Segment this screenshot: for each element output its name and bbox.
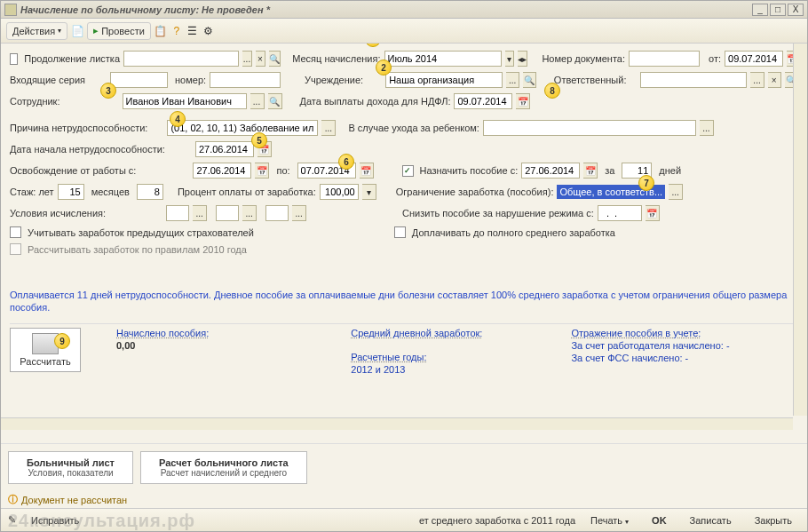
print-button[interactable]: Печать ▾: [582, 512, 637, 528]
employee-search[interactable]: 🔍: [268, 93, 282, 109]
prev-insurers-checkbox[interactable]: [10, 226, 21, 238]
badge-7: 7: [638, 175, 654, 191]
window-title: Начисление по больничному листу: Не пров…: [20, 4, 750, 15]
badge-8: 8: [544, 83, 560, 99]
daily-header: Средний дневной заработок:: [351, 328, 482, 338]
start-date[interactable]: [195, 141, 254, 157]
percent-label: Процент оплаты от заработка:: [178, 187, 316, 197]
edit-icon[interactable]: ✎: [8, 514, 16, 526]
assign-for-label: за: [605, 165, 614, 176]
cause-select[interactable]: ...: [321, 120, 336, 136]
employee-input[interactable]: [123, 93, 247, 109]
titlebar: Начисление по больничному листу: Не пров…: [1, 1, 807, 19]
help-icon[interactable]: ?: [170, 25, 183, 37]
cond3-sel[interactable]: ...: [292, 205, 306, 221]
org-search[interactable]: 🔍: [523, 72, 536, 88]
status-row: ⓘ Документ не рассчитан: [1, 491, 807, 508]
post-icon: ▸: [93, 25, 99, 36]
docdate-ot: от:: [709, 53, 721, 64]
toolbar: Действия▾ 📄 ▸Провести 📋 ? ☰ ⚙: [1, 19, 807, 44]
resp-select[interactable]: ...: [750, 72, 764, 88]
org-select[interactable]: ...: [506, 72, 519, 88]
list-icon[interactable]: ☰: [186, 25, 199, 37]
badge-2: 2: [376, 60, 392, 75]
reduce-date[interactable]: [598, 205, 642, 221]
account-header: Отражение пособия в учете:: [571, 328, 729, 338]
cond2[interactable]: [216, 205, 239, 221]
month-label: Месяц начисления:: [292, 53, 380, 64]
series-label: Входящие серия: [10, 75, 85, 85]
continue-search[interactable]: 🔍: [269, 51, 281, 67]
ndfl-label: Дата выплаты дохода для НДФЛ:: [300, 96, 451, 107]
month-input[interactable]: [384, 51, 502, 67]
childcare-select[interactable]: ...: [700, 120, 714, 136]
cond3[interactable]: [265, 205, 289, 221]
years-header: Расчетные годы:: [351, 352, 482, 362]
new-icon[interactable]: 📄: [71, 25, 83, 37]
month-dropdown[interactable]: ▾: [505, 51, 515, 67]
series-input[interactable]: [110, 72, 168, 88]
tab-sick-leave[interactable]: Больничный лист Условия, показатели: [8, 451, 133, 484]
org-input[interactable]: [385, 72, 503, 88]
docnum-input[interactable]: [629, 51, 700, 67]
childcare-label: В случае ухода за ребенком:: [348, 123, 479, 133]
calculate-button[interactable]: Рассчитать: [10, 328, 81, 372]
release-from-cal[interactable]: 📅: [255, 163, 269, 179]
content-area: 1 2 3 4 5 6 7 8 9 Продолжение листка ...…: [1, 44, 807, 443]
reduce-cal[interactable]: 📅: [646, 205, 660, 221]
stazh-years[interactable]: [58, 184, 84, 200]
minimize-button[interactable]: _: [752, 4, 768, 16]
employer-line: За счет работодателя начислено: -: [571, 340, 729, 351]
ndfl-cal[interactable]: 📅: [516, 93, 530, 109]
actions-menu[interactable]: Действия▾: [6, 22, 67, 40]
number-input[interactable]: [210, 72, 281, 88]
cause-label: Причина нетрудоспособности:: [10, 123, 147, 133]
edit-button[interactable]: Исправить: [23, 512, 87, 528]
close-bottom-button[interactable]: Закрыть: [747, 512, 800, 528]
vertical-scrollbar[interactable]: [793, 44, 807, 416]
resp-clear[interactable]: ×: [768, 72, 781, 88]
copy-icon[interactable]: 📋: [154, 25, 167, 37]
docdate-input[interactable]: [725, 51, 783, 67]
tab-calculation[interactable]: Расчет больничного листа Расчет начислен…: [140, 451, 307, 484]
release-from[interactable]: [193, 163, 251, 179]
percent-step[interactable]: ▾: [362, 184, 376, 200]
employee-select[interactable]: ...: [250, 93, 265, 109]
limit-select[interactable]: ...: [669, 184, 683, 200]
maximize-button[interactable]: □: [770, 4, 786, 16]
percent-input[interactable]: [320, 184, 359, 200]
horizontal-scrollbar[interactable]: [1, 417, 793, 430]
month-stepper[interactable]: ◂▸: [518, 51, 527, 67]
close-button[interactable]: X: [788, 4, 804, 16]
childcare-input[interactable]: [483, 120, 696, 136]
reduce-label: Снизить пособие за нарушение режима с:: [402, 208, 594, 218]
resp-input[interactable]: [640, 72, 747, 88]
cond2-sel[interactable]: ...: [242, 205, 257, 221]
ndfl-date[interactable]: [454, 93, 512, 109]
rules2010-label: Рассчитывать заработок по правилам 2010 …: [28, 244, 247, 255]
tab1-title: Больничный лист: [27, 457, 115, 468]
assign-cal[interactable]: 📅: [583, 163, 598, 179]
badge-4: 4: [170, 111, 186, 127]
cond1-sel[interactable]: ...: [193, 205, 207, 221]
continue-input[interactable]: [123, 51, 239, 67]
cond1[interactable]: [166, 205, 189, 221]
tab2-sub: Расчет начислений и среднего: [159, 468, 289, 478]
supplement-checkbox[interactable]: [394, 226, 406, 238]
org-label: Учреждение:: [305, 75, 363, 85]
release-to-cal[interactable]: 📅: [360, 163, 374, 179]
continue-checkbox[interactable]: [10, 53, 18, 65]
continue-select[interactable]: ...: [242, 51, 252, 67]
continue-label: Продолжение листка: [24, 53, 120, 64]
post-button[interactable]: ▸Провести: [87, 22, 151, 40]
post-label: Провести: [101, 26, 145, 36]
settings-icon[interactable]: ⚙: [202, 25, 215, 37]
ok-button[interactable]: OK: [644, 512, 675, 528]
cause-input[interactable]: [167, 120, 318, 136]
continue-clear[interactable]: ×: [256, 51, 265, 67]
assign-checkbox[interactable]: [402, 165, 414, 177]
assign-date[interactable]: [521, 163, 580, 179]
docnum-label: Номер документа:: [542, 53, 625, 64]
save-button[interactable]: Записать: [682, 512, 740, 528]
stazh-months[interactable]: [137, 184, 163, 200]
